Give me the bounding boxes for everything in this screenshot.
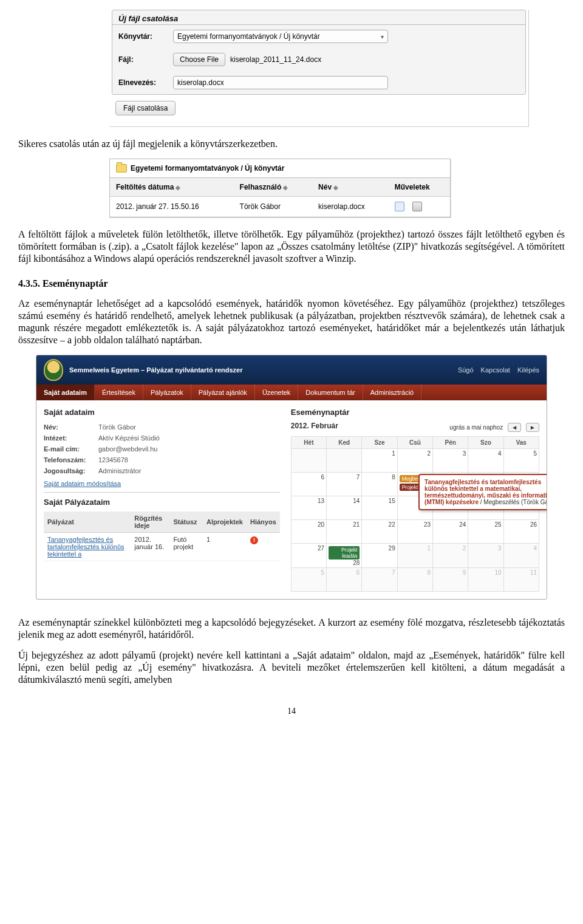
paragraph-4: Az eseménynaptár színekkel különbözteti … [18, 617, 565, 641]
apps-table: Pályázat Rögzítés ideje Státusz Alprojek… [44, 512, 280, 561]
paragraph-2: A feltöltött fájlok a műveletek fülön le… [18, 228, 565, 265]
left-title: Saját adataim [44, 408, 280, 417]
calendar: Hét Ked Sze Csü Pén Szo Vas 12345 678 Me… [291, 436, 539, 592]
folder-listing-screenshot: Egyetemi formanyomtatványok / Új könyvtá… [109, 159, 451, 217]
paragraph-1: Sikeres csatolás után az új fájl megjele… [18, 138, 565, 150]
event-deadline[interactable]: Projekt leadás [329, 546, 360, 560]
warning-icon: ! [250, 536, 258, 544]
page-number: 14 [18, 707, 565, 716]
file-table: Feltöltés dátuma◆ Felhasználó◆ Név◆ Műve… [110, 178, 450, 217]
tab-own-data[interactable]: Saját adataim [36, 385, 95, 400]
col-user[interactable]: Felhasználó◆ [234, 178, 312, 197]
event-tooltip: Tananyagfejlesztés és tartalomfejlesztés… [418, 474, 547, 510]
main-nav: Saját adataim Értesítések Pályázatok Pál… [36, 385, 547, 400]
tab-notifications[interactable]: Értesítések [95, 385, 143, 400]
crest-icon [44, 359, 63, 381]
choose-file-button[interactable]: Choose File [173, 53, 225, 66]
file-label: Fájl: [118, 55, 173, 64]
attach-panel: Új fájl csatolása Könyvtár: Egyetemi for… [112, 10, 526, 95]
dir-value: Egyetemi formanyomtatványok / Új könyvtá… [177, 32, 320, 41]
folder-icon [116, 164, 127, 173]
attach-button[interactable]: Fájl csatolása [115, 101, 176, 115]
name-row: Elnevezés: [112, 71, 525, 94]
tab-docstore[interactable]: Dokumentum tár [298, 385, 363, 400]
paragraph-5: Új bejegyzéshez az adott pályamű (projek… [18, 649, 565, 686]
breadcrumb: Egyetemi formanyomtatványok / Új könyvtá… [110, 159, 450, 178]
name-label: Elnevezés: [118, 78, 173, 87]
right-title: Eseménynaptár [291, 408, 539, 417]
tab-applications[interactable]: Pályázatok [143, 385, 191, 400]
contact-link[interactable]: Kapcsolat [481, 366, 510, 374]
cell-user: Török Gábor [234, 197, 312, 217]
sort-icon: ◆ [332, 184, 338, 191]
logout-link[interactable]: Kilépés [517, 366, 539, 374]
jump-today[interactable]: ugrás a mai naphoz [449, 424, 503, 431]
chevron-down-icon: ▾ [381, 33, 384, 40]
tab-messages[interactable]: Üzenetek [255, 385, 298, 400]
name-input[interactable] [173, 76, 388, 89]
dir-row: Könyvtár: Egyetemi formanyomtatványok / … [112, 25, 525, 48]
app-title: Semmelweis Egyetem – Pályázat nyilvántar… [69, 366, 243, 374]
sort-icon: ◆ [174, 184, 180, 191]
cell-date: 2012. január 27. 15.50.16 [110, 197, 234, 217]
table-row: Tananyagfejlesztés és tartalomfejlesztés… [44, 533, 280, 561]
col-name[interactable]: Név◆ [312, 178, 389, 197]
sort-icon: ◆ [281, 184, 288, 191]
topbar: Semmelweis Egyetem – Pályázat nyilvántar… [36, 355, 547, 385]
cal-month: 2012. Február [291, 422, 338, 430]
section-heading: 4.3.5. Eseménynaptár [18, 278, 565, 289]
dashboard-screenshot: Semmelweis Egyetem – Pályázat nyilvántar… [36, 355, 547, 600]
help-link[interactable]: Súgó [458, 366, 474, 374]
file-row: Fájl: Choose File kiserolap_2011_11_24.d… [112, 48, 525, 71]
tab-admin[interactable]: Adminisztráció [363, 385, 422, 400]
col-date[interactable]: Feltöltés dátuma◆ [110, 178, 234, 197]
cell-name: kiserolap.docx [312, 197, 389, 217]
left-sec2: Saját Pályázataim [44, 498, 280, 507]
dir-label: Könyvtár: [118, 32, 173, 41]
app-link[interactable]: Tananyagfejlesztés és tartalomfejlesztés… [47, 536, 127, 558]
table-row: 2012. január 27. 15.50.16 Török Gábor ki… [110, 197, 450, 217]
top-links: Súgó Kapcsolat Kilépés [458, 366, 539, 374]
dir-select[interactable]: Egyetemi formanyomtatványok / Új könyvtá… [173, 30, 388, 43]
chosen-file: kiserolap_2011_11_24.docx [230, 55, 321, 64]
cal-prev[interactable]: ◄ [508, 423, 521, 432]
panel-title: Új fájl csatolása [112, 10, 525, 25]
cal-next[interactable]: ► [526, 423, 539, 432]
attach-dialog-screenshot: Új fájl csatolása Könyvtár: Egyetemi for… [109, 10, 529, 127]
tab-recommenders[interactable]: Pályázat ajánlók [191, 385, 255, 400]
download-icon[interactable] [395, 202, 404, 211]
trash-icon[interactable] [412, 202, 422, 211]
breadcrumb-text: Egyetemi formanyomtatványok / Új könyvtá… [131, 164, 284, 173]
cell-ops [389, 197, 450, 217]
event-proj[interactable]: Projekt [400, 484, 420, 491]
col-ops: Műveletek [389, 178, 450, 197]
edit-link[interactable]: Saját adataim módosítása [44, 480, 121, 487]
paragraph-3: Az eseménynaptár lehetőséget ad a kapcso… [18, 298, 565, 346]
